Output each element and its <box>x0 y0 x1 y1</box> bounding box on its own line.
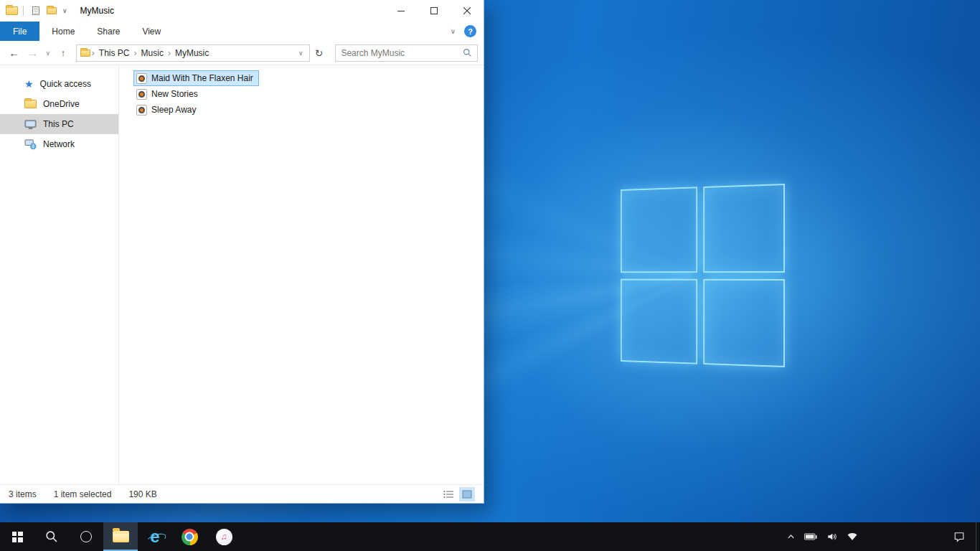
explorer-window: ∨ MyMusic File Home Share View ∨ ? ← → ∨… <box>0 0 484 504</box>
cortana-button[interactable] <box>69 522 103 551</box>
sidebar-item-label: This PC <box>43 119 74 129</box>
large-icons-view-button[interactable] <box>459 487 475 501</box>
windows-logo-pane <box>621 187 697 272</box>
recent-locations-chevron-icon[interactable]: ∨ <box>42 44 53 62</box>
music-file-icon <box>136 105 147 116</box>
large-icons-view-icon <box>462 490 472 499</box>
tab-share[interactable]: Share <box>87 22 130 41</box>
status-item-count: 3 items <box>9 489 37 499</box>
view-switcher <box>440 487 475 501</box>
action-center-icon <box>953 531 965 542</box>
file-name: Sleep Away <box>151 104 197 116</box>
up-button[interactable]: ↑ <box>55 44 72 62</box>
window-controls <box>385 0 484 22</box>
file-item[interactable]: New Stories <box>133 86 204 102</box>
file-name: New Stories <box>151 88 198 100</box>
maximize-button[interactable] <box>418 0 451 22</box>
status-size: 190 KB <box>128 489 156 499</box>
taskbar-chrome-button[interactable] <box>172 522 207 551</box>
search-icon[interactable] <box>463 48 472 57</box>
navigation-bar: ← → ∨ ↑ › This PC › Music › MyMusic ∨ ↻ <box>0 41 484 65</box>
file-item[interactable]: Maid With The Flaxen Hair <box>133 70 259 86</box>
show-desktop-button[interactable] <box>976 522 980 551</box>
file-list[interactable]: Maid With The Flaxen Hair New Stories Sl… <box>119 65 484 484</box>
details-view-button[interactable] <box>440 487 456 501</box>
minimize-icon <box>397 7 405 14</box>
battery-icon[interactable] <box>804 532 817 541</box>
breadcrumb-separator-icon: › <box>90 48 96 58</box>
search-box[interactable] <box>335 44 478 62</box>
sidebar-item-this-pc[interactable]: This PC <box>0 114 118 134</box>
titlebar-separator <box>23 6 24 16</box>
file-name: Maid With The Flaxen Hair <box>151 72 253 84</box>
windows-logo-pane <box>703 278 785 367</box>
folder-icon <box>24 100 37 108</box>
star-icon: ★ <box>24 79 34 89</box>
ribbon-tabs: File Home Share View ∨ ? <box>0 22 484 41</box>
search-input[interactable] <box>341 48 463 58</box>
sidebar-item-label: Network <box>43 139 75 149</box>
taskbar-internet-explorer-button[interactable]: e <box>138 522 172 551</box>
volume-icon[interactable] <box>826 532 837 542</box>
music-file-icon <box>136 89 147 100</box>
breadcrumb-mymusic[interactable]: MyMusic <box>172 48 212 58</box>
windows-logo-pane <box>621 278 697 364</box>
taskbar-itunes-button[interactable]: ♫ <box>207 522 241 551</box>
window-folder-icon <box>6 6 18 15</box>
forward-button[interactable]: → <box>24 44 42 62</box>
folder-icon <box>47 7 57 14</box>
refresh-button[interactable]: ↻ <box>311 44 327 62</box>
windows-logo <box>621 184 785 367</box>
sidebar-item-quick-access[interactable]: ★ Quick access <box>0 74 118 94</box>
file-item[interactable]: Sleep Away <box>133 102 202 118</box>
navigation-pane: ★ Quick access OneDrive This PC <box>0 65 119 484</box>
maximize-icon <box>430 7 438 14</box>
close-button[interactable] <box>451 0 484 22</box>
ribbon-collapse-chevron-icon[interactable]: ∨ <box>451 27 456 35</box>
music-file-icon <box>136 73 147 84</box>
itunes-icon: ♫ <box>216 529 232 545</box>
details-view-icon <box>443 490 453 499</box>
tab-file[interactable]: File <box>0 22 39 41</box>
system-tray <box>783 522 862 551</box>
action-center-button[interactable] <box>943 522 976 551</box>
sidebar-item-network[interactable]: Network <box>0 134 118 154</box>
qat-customize-chevron-icon[interactable]: ∨ <box>62 7 67 14</box>
network-icon <box>24 139 37 150</box>
address-dropdown-chevron-icon[interactable]: ∨ <box>296 50 306 57</box>
chrome-icon <box>182 529 198 545</box>
taskbar-file-explorer-button[interactable] <box>103 522 138 551</box>
back-button[interactable]: ← <box>6 44 23 62</box>
windows-logo-pane <box>703 184 785 273</box>
tab-home[interactable]: Home <box>42 22 85 41</box>
close-icon <box>463 7 471 14</box>
new-folder-icon[interactable] <box>47 7 57 14</box>
sidebar-item-label: OneDrive <box>43 99 80 109</box>
window-title: MyMusic <box>80 6 114 16</box>
breadcrumb-music[interactable]: Music <box>138 48 166 58</box>
taskbar: e ♫ <box>0 522 980 551</box>
document-icon <box>32 6 39 15</box>
tab-view[interactable]: View <box>132 22 171 41</box>
breadcrumb-this-pc[interactable]: This PC <box>96 48 133 58</box>
computer-icon <box>24 119 37 130</box>
taskbar-search-button[interactable] <box>34 522 69 551</box>
properties-icon[interactable] <box>32 6 39 15</box>
status-selection: 1 item selected <box>54 489 112 499</box>
sidebar-item-label: Quick access <box>40 79 91 89</box>
tray-chevron-up-icon[interactable] <box>787 534 795 540</box>
help-icon[interactable]: ? <box>464 25 476 37</box>
windows-start-icon <box>12 532 23 542</box>
status-bar: 3 items 1 item selected 190 KB <box>0 484 484 503</box>
title-bar[interactable]: ∨ MyMusic <box>0 0 484 22</box>
address-folder-icon <box>80 50 90 57</box>
address-bar[interactable]: › This PC › Music › MyMusic ∨ <box>76 44 310 62</box>
search-icon <box>45 530 58 543</box>
start-button[interactable] <box>0 522 34 551</box>
internet-explorer-icon: e <box>150 529 159 545</box>
wifi-icon[interactable] <box>847 532 858 541</box>
minimize-button[interactable] <box>385 0 418 22</box>
breadcrumb-separator-icon: › <box>133 48 138 58</box>
cortana-icon <box>80 531 92 542</box>
sidebar-item-onedrive[interactable]: OneDrive <box>0 94 118 114</box>
